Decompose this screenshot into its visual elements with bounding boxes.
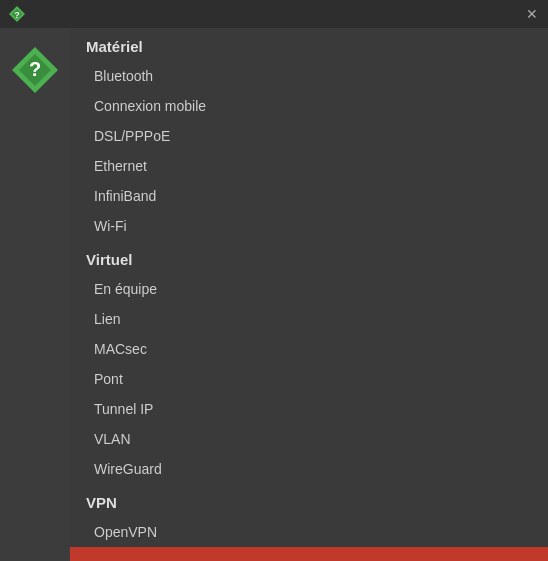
section-header-vpn: VPN <box>70 484 548 517</box>
menu-item-wifi[interactable]: Wi-Fi <box>70 211 548 241</box>
close-button[interactable]: ✕ <box>524 6 540 22</box>
cursor-icon: ↖ <box>519 557 532 561</box>
app-icon-small: ? <box>8 5 26 23</box>
menu-item-connexion-mobile[interactable]: Connexion mobile <box>70 91 548 121</box>
section-header-virtuel: Virtuel <box>70 241 548 274</box>
menu-item-openvpn[interactable]: OpenVPN <box>70 517 548 547</box>
dialog-window: ? ✕ ? Matériel Bluetooth Connexion mobil… <box>0 0 548 561</box>
title-bar-left: ? <box>8 5 26 23</box>
title-bar: ? ✕ <box>0 0 548 28</box>
app-logo: ? <box>9 44 61 96</box>
menu-item-tunnel-ip[interactable]: Tunnel IP <box>70 394 548 424</box>
svg-text:?: ? <box>14 10 20 20</box>
menu-item-ethernet[interactable]: Ethernet <box>70 151 548 181</box>
section-header-materiel: Matériel <box>70 28 548 61</box>
content-area: ? Matériel Bluetooth Connexion mobile DS… <box>0 28 548 561</box>
menu-item-vlan[interactable]: VLAN <box>70 424 548 454</box>
menu-item-macsec[interactable]: MACsec <box>70 334 548 364</box>
menu-item-bluetooth[interactable]: Bluetooth <box>70 61 548 91</box>
import-vpn-button[interactable]: Importer une configuration VPN enregistr… <box>70 547 548 561</box>
menu-area: Matériel Bluetooth Connexion mobile DSL/… <box>70 28 548 561</box>
sidebar: ? <box>0 28 70 561</box>
svg-text:?: ? <box>29 58 41 80</box>
menu-item-en-equipe[interactable]: En équipe <box>70 274 548 304</box>
menu-item-wireguard[interactable]: WireGuard <box>70 454 548 484</box>
menu-item-dsl-pppoe[interactable]: DSL/PPPoE <box>70 121 548 151</box>
menu-item-pont[interactable]: Pont <box>70 364 548 394</box>
menu-item-lien[interactable]: Lien <box>70 304 548 334</box>
menu-item-infiniband[interactable]: InfiniBand <box>70 181 548 211</box>
logo-container: ? <box>9 44 61 96</box>
